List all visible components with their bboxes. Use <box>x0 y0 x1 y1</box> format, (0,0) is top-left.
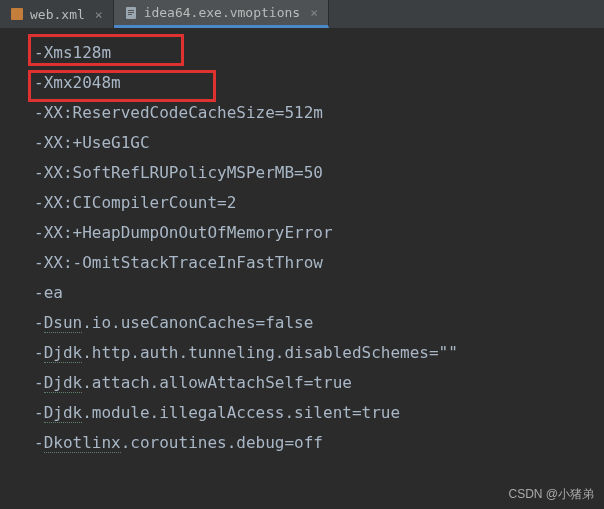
tab-web-xml[interactable]: web.xml × <box>0 0 114 28</box>
code-line[interactable]: -Dkotlinx.coroutines.debug=off <box>34 428 604 458</box>
code-line[interactable]: -XX:CICompilerCount=2 <box>34 188 604 218</box>
code-line[interactable]: -Xms128m <box>34 38 604 68</box>
code-line[interactable]: -Xmx2048m <box>34 68 604 98</box>
text-file-icon <box>124 6 138 20</box>
tab-vmoptions[interactable]: idea64.exe.vmoptions × <box>114 0 329 28</box>
editor-area[interactable]: -Xms128m-Xmx2048m-XX:ReservedCodeCacheSi… <box>0 28 604 458</box>
code-line[interactable]: -XX:+HeapDumpOnOutOfMemoryError <box>34 218 604 248</box>
code-line[interactable]: -Dsun.io.useCanonCaches=false <box>34 308 604 338</box>
svg-rect-2 <box>128 10 134 11</box>
close-icon[interactable]: × <box>310 5 318 20</box>
tab-bar: web.xml × idea64.exe.vmoptions × <box>0 0 604 28</box>
code-line[interactable]: -XX:ReservedCodeCacheSize=512m <box>34 98 604 128</box>
xml-file-icon <box>10 7 24 21</box>
close-icon[interactable]: × <box>95 7 103 22</box>
tab-label: idea64.exe.vmoptions <box>144 5 301 20</box>
tab-label: web.xml <box>30 7 85 22</box>
watermark: CSDN @小猪弟 <box>508 486 594 503</box>
code-line[interactable]: -XX:+UseG1GC <box>34 128 604 158</box>
code-line[interactable]: -Djdk.attach.allowAttachSelf=true <box>34 368 604 398</box>
svg-rect-4 <box>128 14 132 15</box>
code-line[interactable]: -Djdk.module.illegalAccess.silent=true <box>34 398 604 428</box>
code-line[interactable]: -ea <box>34 278 604 308</box>
code-line[interactable]: -XX:-OmitStackTraceInFastThrow <box>34 248 604 278</box>
svg-rect-0 <box>11 8 23 20</box>
code-line[interactable]: -Djdk.http.auth.tunneling.disabledScheme… <box>34 338 604 368</box>
code-line[interactable]: -XX:SoftRefLRUPolicyMSPerMB=50 <box>34 158 604 188</box>
svg-rect-3 <box>128 12 134 13</box>
